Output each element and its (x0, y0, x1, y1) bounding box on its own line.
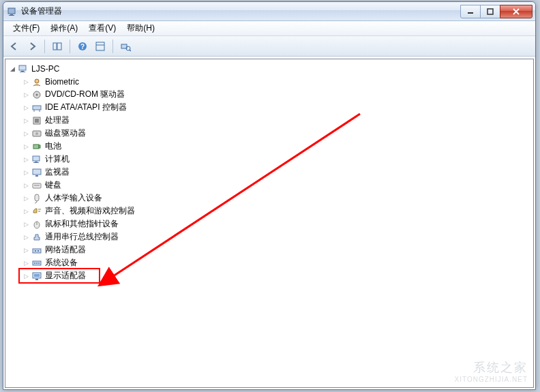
svg-point-45 (34, 262, 35, 264)
device-category-icon (31, 245, 42, 256)
tree-item[interactable]: ▷系统设备 (20, 256, 532, 269)
minimize-button[interactable] (460, 5, 481, 18)
svg-text:?: ? (80, 43, 85, 50)
tree-item[interactable]: ▷鼠标和其他指针设备 (20, 217, 532, 230)
tree-root[interactable]: ◢ LJS-PC (7, 62, 532, 75)
svg-rect-16 (20, 72, 25, 72)
forward-button[interactable] (24, 38, 40, 55)
expand-icon[interactable]: ▷ (22, 91, 30, 99)
menu-view[interactable]: 查看(V) (83, 21, 121, 35)
svg-rect-36 (35, 194, 39, 201)
tree-item[interactable]: ▷通用串行总线控制器 (20, 230, 532, 243)
tree-item-label: 处理器 (45, 115, 70, 126)
tree-item-label: 声音、视频和游戏控制器 (45, 205, 135, 217)
expand-icon[interactable]: ▷ (22, 220, 30, 228)
expand-icon[interactable]: ▷ (22, 233, 30, 241)
expand-icon[interactable]: ▷ (22, 104, 30, 112)
device-manager-window: 设备管理器 文件(F) 操作(A) 查看(V) 帮助(H) (3, 1, 536, 390)
device-category-icon (31, 193, 42, 204)
expand-icon[interactable]: ▷ (22, 142, 30, 151)
tree-item[interactable]: ▷IDE ATA/ATAPI 控制器 (20, 101, 532, 114)
window-controls (461, 5, 532, 18)
expand-icon[interactable]: ▷ (22, 168, 30, 177)
expand-icon[interactable]: ▷ (22, 155, 30, 164)
tree-item[interactable]: ▷网络适配器 (20, 243, 532, 256)
tree-item-label: 监视器 (45, 166, 70, 178)
svg-rect-0 (8, 8, 15, 14)
expand-icon[interactable]: ▷ (22, 117, 30, 125)
menu-action[interactable]: 操作(A) (45, 21, 83, 35)
scan-hardware-button[interactable] (117, 38, 134, 55)
tree-item-label: 鼠标和其他指针设备 (45, 218, 119, 230)
toolbar-separator (44, 40, 45, 53)
svg-point-46 (36, 262, 38, 264)
svg-rect-20 (33, 106, 41, 110)
expand-icon[interactable]: ▷ (22, 207, 30, 215)
tree-item[interactable]: ▷显示适配器 (20, 269, 532, 282)
device-category-icon (31, 219, 42, 230)
svg-rect-2 (9, 15, 14, 16)
tree-item[interactable]: ▷电池 (20, 140, 532, 153)
tree-item-label: Biometric (45, 77, 79, 87)
tree-item[interactable]: ▷监视器 (20, 166, 532, 179)
svg-rect-27 (33, 145, 39, 149)
close-button[interactable] (500, 5, 532, 18)
svg-rect-15 (21, 71, 24, 72)
svg-rect-49 (34, 274, 40, 277)
menu-file[interactable]: 文件(F) (7, 21, 45, 35)
expand-icon[interactable]: ▷ (22, 130, 30, 138)
maximize-button[interactable] (480, 5, 500, 18)
device-category-icon (31, 115, 42, 126)
device-category-icon (31, 89, 42, 100)
svg-rect-30 (35, 162, 38, 162)
toolbar-separator (70, 40, 70, 53)
back-button[interactable] (6, 38, 22, 55)
tree-item-label: 显示适配器 (45, 270, 86, 282)
expand-icon[interactable]: ▷ (22, 272, 30, 280)
svg-rect-31 (33, 162, 39, 163)
tree-item[interactable]: ▷处理器 (20, 114, 532, 127)
collapse-icon[interactable]: ◢ (8, 65, 16, 73)
expand-icon[interactable]: ▷ (22, 246, 30, 254)
svg-rect-1 (10, 14, 13, 15)
expand-icon[interactable]: ▷ (22, 78, 30, 86)
tree-item[interactable]: ▷声音、视频和游戏控制器 (20, 205, 532, 217)
show-hide-tree-button[interactable] (49, 38, 65, 55)
properties-button[interactable] (92, 38, 108, 55)
svg-rect-24 (35, 119, 39, 123)
expand-icon[interactable]: ▷ (22, 194, 30, 202)
device-category-icon (31, 102, 42, 113)
tree-item[interactable]: ▷计算机 (20, 153, 532, 166)
tree-item-label: 电池 (45, 140, 61, 152)
menu-help[interactable]: 帮助(H) (121, 21, 160, 35)
svg-rect-32 (33, 169, 41, 175)
tree-item[interactable]: ▷键盘 (20, 179, 532, 192)
device-category-icon (31, 141, 42, 152)
toolbar: ? (3, 36, 535, 57)
device-category-icon (31, 206, 42, 217)
help-button[interactable]: ? (74, 38, 91, 55)
tree-item[interactable]: ▷磁盘驱动器 (20, 127, 532, 140)
tree-item[interactable]: ▷DVD/CD-ROM 驱动器 (20, 88, 532, 101)
expand-icon[interactable]: ▷ (22, 259, 30, 267)
tree-item-label: IDE ATA/ATAPI 控制器 (45, 102, 127, 113)
expand-icon[interactable]: ▷ (22, 181, 30, 190)
svg-rect-50 (35, 279, 38, 280)
device-category-icon (31, 76, 42, 87)
watermark-cn: 系统之家 (473, 359, 528, 376)
tree-item-label: 键盘 (45, 179, 61, 191)
tree-item-label: DVD/CD-ROM 驱动器 (45, 89, 125, 100)
svg-point-17 (35, 79, 39, 83)
tree-item-label: 磁盘驱动器 (45, 127, 86, 139)
svg-rect-9 (96, 42, 104, 50)
tree-root-label: LJS-PC (31, 64, 59, 74)
tree-item-label: 通用串行总线控制器 (45, 231, 119, 243)
content-area: ◢ LJS-PC ▷Biometric▷DVD/CD-ROM 驱动器▷IDE A… (3, 57, 535, 389)
svg-rect-14 (19, 65, 26, 70)
watermark: 系统之家 XITONGZHIJIA.NET (455, 359, 528, 383)
svg-point-19 (36, 93, 38, 95)
tree-item[interactable]: ▷人体学输入设备 (20, 192, 532, 205)
device-category-icon (31, 180, 42, 191)
device-tree-pane[interactable]: ◢ LJS-PC ▷Biometric▷DVD/CD-ROM 驱动器▷IDE A… (5, 59, 534, 388)
tree-item[interactable]: ▷Biometric (20, 75, 532, 88)
